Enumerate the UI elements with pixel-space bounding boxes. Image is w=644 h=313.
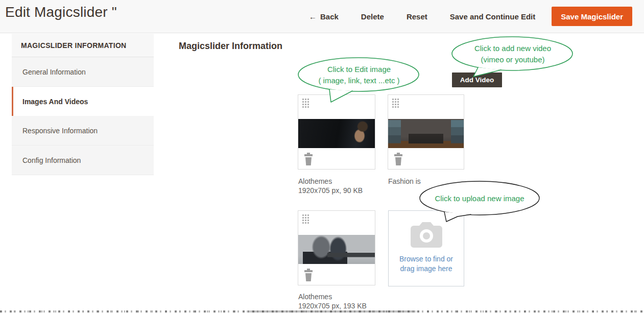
delete-slide-button-1[interactable] (303, 153, 314, 166)
drag-handle-icon[interactable] (302, 214, 309, 224)
trash-icon (303, 153, 314, 166)
sidebar-item-config-information[interactable]: Config Information (12, 146, 154, 175)
slide-meta: 1920x705 px, 90 KB (298, 186, 363, 195)
slide-card-3[interactable] (298, 210, 375, 285)
drag-grid-icon (302, 214, 309, 224)
annotation-line: ( image, link, text ...etc ) (294, 75, 424, 86)
annotation-text: Click to Edit image ( image, link, text … (294, 64, 424, 86)
sidebar-tabs: MAGICSLIDER INFORMATION General Informat… (12, 34, 154, 175)
annotation-line: Click to Edit image (294, 64, 424, 75)
annotation-edit-image: Click to Edit image ( image, link, text … (294, 55, 424, 104)
slide-title: Alothemes (298, 177, 363, 186)
annotation-line: Click to upload new image (415, 193, 544, 204)
delete-slide-button-2[interactable] (393, 153, 403, 166)
back-button[interactable]: ← Back (309, 12, 339, 21)
page-header: Edit Magicslider " ← Back Delete Reset S… (0, 0, 644, 33)
sidebar-item-images-and-videos[interactable]: Images And Videos (12, 87, 154, 116)
upload-label-line1: Browse to find or (399, 255, 453, 263)
delete-button[interactable]: Delete (361, 12, 384, 21)
annotation-line: Click to add new video (447, 43, 578, 54)
slide-image-2[interactable] (388, 119, 464, 148)
sidebar-item-general-information[interactable]: General Information (12, 57, 154, 87)
slide-caption-1: Alothemes 1920x705 px, 90 KB (298, 177, 363, 195)
slide-title: Alothemes (298, 292, 367, 301)
sidebar-header: MAGICSLIDER INFORMATION (12, 34, 154, 57)
back-arrow-icon: ← (309, 12, 317, 21)
camera-glyph (411, 222, 442, 248)
sidebar-item-responsive-information[interactable]: Responsive Information (12, 116, 154, 146)
magicslider-edit-page: Edit Magicslider " ← Back Delete Reset S… (0, 0, 644, 313)
annotation-text: Click to add new video (vimeo or youtube… (447, 43, 578, 65)
annotation-upload-image: Click to upload new image (415, 180, 544, 224)
save-and-continue-button[interactable]: Save and Continue Edit (450, 12, 536, 21)
annotation-text: Click to upload new image (415, 193, 544, 204)
delete-slide-button-3[interactable] (303, 269, 314, 282)
slide-card-1[interactable] (298, 94, 375, 170)
slide-caption-3: Alothemes 1920x705 px, 193 KB (298, 292, 367, 310)
annotation-add-video: Click to add new video (vimeo or youtube… (447, 34, 578, 81)
upload-label: Browse to find or drag image here (389, 254, 464, 274)
page-title: Edit Magicslider " (5, 4, 117, 20)
section-heading: Magicslider Information (179, 41, 282, 52)
reset-button[interactable]: Reset (407, 12, 427, 21)
slide-image-3[interactable] (298, 235, 375, 264)
slide-meta: 1920x705 px, 193 KB (298, 301, 367, 310)
slide-card-2[interactable] (388, 94, 464, 170)
slide-image-1[interactable] (298, 119, 375, 148)
trash-icon (393, 153, 403, 166)
camera-icon (411, 222, 442, 248)
upload-label-line2: drag image here (400, 264, 452, 273)
back-button-label: Back (320, 12, 339, 21)
cropped-bottom-text-artifact (0, 310, 644, 312)
annotation-line: (vimeo or youtube) (447, 54, 578, 65)
trash-icon (303, 269, 314, 282)
header-actions: ← Back Delete Reset Save and Continue Ed… (309, 0, 632, 33)
save-magicslider-button[interactable]: Save Magicslider (552, 7, 632, 26)
